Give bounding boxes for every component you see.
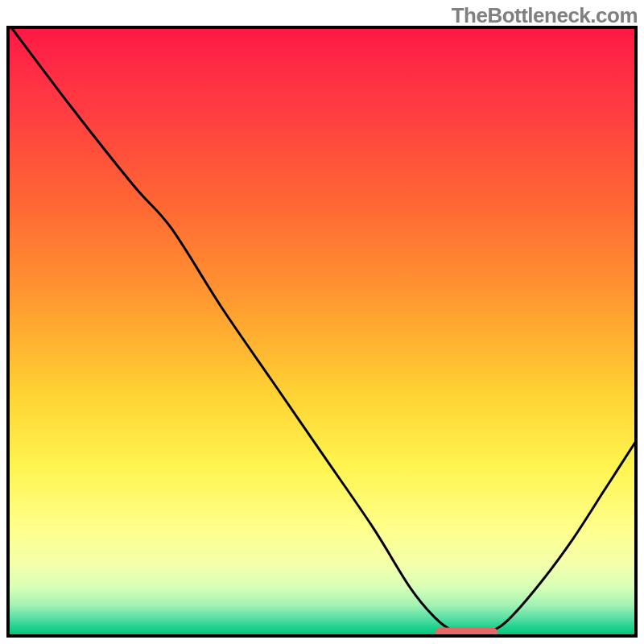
bottleneck-chart: TheBottleneck.com: [0, 0, 644, 644]
watermark-text: TheBottleneck.com: [452, 3, 638, 28]
chart-svg: [0, 0, 644, 644]
gradient-background: [8, 27, 636, 636]
